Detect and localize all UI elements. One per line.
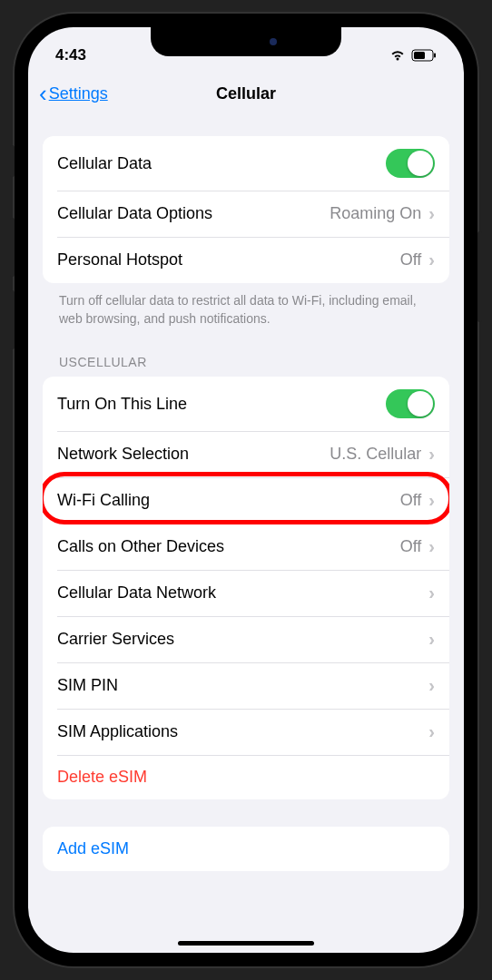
row-network-selection[interactable]: Network Selection U.S. Cellular › — [43, 431, 449, 477]
chevron-right-icon: › — [428, 721, 435, 742]
row-sim-pin[interactable]: SIM PIN › — [43, 662, 449, 709]
volume-down — [10, 290, 15, 349]
content: Cellular Data Cellular Data Options Roam… — [28, 118, 464, 871]
status-right — [389, 49, 437, 62]
row-delete-esim[interactable]: Delete eSIM — [43, 755, 449, 799]
chevron-right-icon: › — [428, 444, 435, 465]
label: Personal Hotspot — [57, 250, 400, 270]
label: Carrier Services — [57, 630, 428, 649]
battery-icon — [411, 49, 437, 62]
label: Calls on Other Devices — [57, 537, 400, 556]
carrier-header: USCELLULAR — [43, 328, 449, 377]
label: Cellular Data Options — [57, 204, 330, 223]
value: Off — [400, 491, 422, 510]
row-cellular-data-network[interactable]: Cellular Data Network › — [43, 570, 449, 616]
toggle-line[interactable] — [386, 389, 435, 418]
label: Add eSIM — [57, 839, 435, 858]
svg-rect-1 — [414, 52, 425, 59]
mute-switch — [10, 145, 15, 177]
label: SIM Applications — [57, 722, 428, 741]
row-carrier-services[interactable]: Carrier Services › — [43, 616, 449, 662]
page-title: Cellular — [216, 84, 276, 103]
toggle-cellular-data[interactable] — [386, 149, 435, 178]
chevron-right-icon: › — [428, 490, 435, 511]
row-turn-on-line[interactable]: Turn On This Line — [43, 377, 449, 431]
settings-group-3: Add eSIM — [43, 827, 449, 871]
label: Delete eSIM — [57, 768, 435, 787]
home-indicator[interactable] — [178, 941, 314, 946]
notch — [151, 27, 341, 56]
svg-rect-2 — [434, 54, 436, 58]
status-time: 4:43 — [55, 46, 86, 64]
chevron-right-icon: › — [428, 629, 435, 650]
power-button — [477, 231, 482, 322]
chevron-left-icon: ‹ — [39, 82, 47, 105]
value: U.S. Cellular — [330, 445, 421, 464]
nav-bar: ‹ Settings Cellular — [28, 73, 464, 118]
settings-group-1: Cellular Data Cellular Data Options Roam… — [43, 136, 449, 283]
row-cellular-data-options[interactable]: Cellular Data Options Roaming On › — [43, 191, 449, 237]
back-button[interactable]: ‹ Settings — [39, 82, 108, 105]
label: Turn On This Line — [57, 395, 386, 414]
row-wifi-calling[interactable]: Wi-Fi Calling Off › — [43, 477, 449, 524]
wifi-icon — [389, 49, 406, 62]
label: Wi-Fi Calling — [57, 491, 400, 510]
phone-frame: 4:43 ‹ Settings Cellular Cellular Data — [15, 14, 477, 966]
back-label: Settings — [49, 84, 108, 103]
chevron-right-icon: › — [428, 203, 435, 224]
value: Off — [400, 250, 422, 270]
row-personal-hotspot[interactable]: Personal Hotspot Off › — [43, 237, 449, 283]
chevron-right-icon: › — [428, 675, 435, 696]
value: Roaming On — [330, 204, 421, 223]
volume-up — [10, 218, 15, 277]
label: SIM PIN — [57, 676, 428, 695]
label: Cellular Data Network — [57, 583, 428, 603]
screen: 4:43 ‹ Settings Cellular Cellular Data — [28, 27, 464, 953]
chevron-right-icon: › — [428, 250, 435, 270]
row-cellular-data[interactable]: Cellular Data — [43, 136, 449, 191]
camera-dot — [270, 38, 277, 45]
group-footer: Turn off cellular data to restrict all d… — [43, 283, 449, 328]
row-add-esim[interactable]: Add eSIM — [43, 827, 449, 871]
value: Off — [400, 537, 422, 556]
chevron-right-icon: › — [428, 583, 435, 603]
label: Cellular Data — [57, 154, 386, 173]
row-sim-applications[interactable]: SIM Applications › — [43, 709, 449, 755]
settings-group-2: Turn On This Line Network Selection U.S.… — [43, 377, 449, 799]
row-calls-other-devices[interactable]: Calls on Other Devices Off › — [43, 524, 449, 570]
chevron-right-icon: › — [428, 536, 435, 557]
label: Network Selection — [57, 445, 330, 464]
